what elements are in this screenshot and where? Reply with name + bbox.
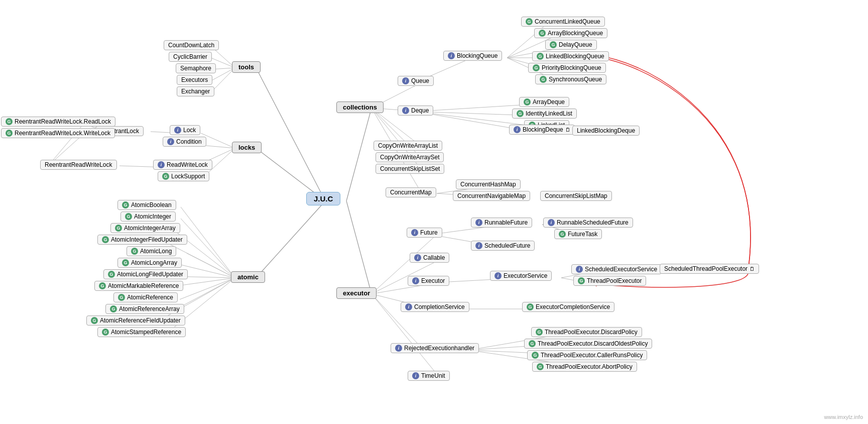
svg-line-25 xyxy=(181,265,235,278)
diagram: J.U.C tools CountDownLatch CyclicBarrier… xyxy=(0,0,868,424)
runnablescheduledfuture: iRunnableScheduledFuture xyxy=(543,218,633,228)
blockingdeque: iBlockingDeque 🗒 xyxy=(509,125,575,135)
copyonwritearrayset: CopyOnWriteArraySet xyxy=(374,151,446,163)
linkedblockingdeque: LinkedBlockingDeque xyxy=(570,125,642,137)
tools-semaphore: Semaphore xyxy=(174,62,218,74)
executor-node: iExecutor xyxy=(408,276,449,286)
completionservice-node: iCompletionService xyxy=(401,302,469,312)
concurrentmap: ConcurrentMap xyxy=(384,186,438,198)
concurrentlinkedqueue: ConcurrentLinkedQueue xyxy=(521,17,605,27)
concurrentnavigablemap: ConcurrentNavigableMap xyxy=(451,190,532,202)
concurrenthashmap: ConcurrentHashMap xyxy=(454,178,523,190)
atomic-integer: AtomicInteger xyxy=(120,211,176,222)
arrayblockingqueue: ArrayBlockingQueue xyxy=(534,28,607,38)
futuretask: FutureTask xyxy=(554,229,602,239)
icon-i-readwritelock: i xyxy=(158,161,165,168)
atomic-referencefieldsupdater: AtomicReferenceFieldUpdater xyxy=(86,315,185,326)
tools-executors: Executors xyxy=(175,74,214,86)
threadpoolexecutor: ThreadPoolExecutor xyxy=(573,276,646,286)
lock-node: iLock xyxy=(170,125,200,135)
section-tools: tools xyxy=(232,61,261,73)
svg-line-28 xyxy=(180,278,235,299)
concurrentskiplistset: ConcurrentSkipListSet xyxy=(374,163,446,175)
reentrantreadwritelock-node: ReentrantReadWriteLock xyxy=(38,159,119,171)
svg-line-4 xyxy=(256,201,325,278)
delayqueue: DelayQueue xyxy=(545,40,597,50)
arraydeque: ArrayDeque xyxy=(519,97,569,107)
atomic-boolean: AtomicBoolean xyxy=(117,200,176,210)
icon-g-readlock xyxy=(6,118,13,125)
readlock-node: ReentrantReadWriteLock.ReadLock xyxy=(1,117,115,127)
concurrentskiplistmap: ConcurrentSkipListMap xyxy=(538,190,614,202)
queue-node: iQueue xyxy=(398,76,434,86)
linkedblockingqueue: LinkedBlockingQueue xyxy=(532,51,609,61)
section-executor: executor xyxy=(336,287,377,299)
svg-line-21 xyxy=(181,219,235,278)
atomic-longfiledupdater: AtomicLongFiledUpdater xyxy=(103,269,188,279)
rejectedexecutionhandler-node: iRejectedExecutionhandler xyxy=(391,343,479,353)
runnablefuture-node: iRunnableFuture xyxy=(471,218,532,228)
icon-g-writelock xyxy=(6,130,13,137)
tools-countdownlatch: CountDownLatch xyxy=(162,39,221,51)
timeunit-node: iTimeUnit xyxy=(408,371,450,381)
atomic-integerarray: AtomicIntegerArray xyxy=(110,223,180,233)
section-collections: collections xyxy=(336,101,384,113)
center-label: J.U.C xyxy=(314,194,333,203)
svg-line-24 xyxy=(187,253,235,278)
atomic-reference: AtomicReference xyxy=(113,292,178,302)
svg-line-0 xyxy=(346,108,371,201)
atomic-integerfiledupdater: AtomicIntegerFiledUpdater xyxy=(97,235,187,245)
atomic-referencearray: AtomicReferenceArray xyxy=(105,304,184,314)
tools-exchanger: Exchanger xyxy=(175,85,216,97)
center-node: J.U.C xyxy=(306,192,340,205)
scheduledfuture-node: iScheduledFuture xyxy=(471,241,535,251)
watermark: www.imxylz.info xyxy=(824,414,863,420)
callerruns-policy: ThreadPoolExecutor.CallerRunsPolicy xyxy=(527,350,647,360)
callable-node: iCallable xyxy=(410,253,449,263)
executorcompletionservice: ExecutorCompletionService xyxy=(522,302,614,312)
discard-policy: ThreadPoolExecutor.DiscardPolicy xyxy=(531,327,642,337)
blockingqueue-node: iBlockingQueue xyxy=(443,51,502,61)
executorservice-node: iExecutorService xyxy=(490,271,552,281)
atomic-long: AtomicLong xyxy=(127,246,176,256)
deque-node: iDeque xyxy=(398,105,433,116)
svg-line-1 xyxy=(346,201,371,294)
abort-policy: ThreadPoolExecutor.AbortPolicy xyxy=(532,362,637,372)
atomic-markablereference: AtomicMarkableReference xyxy=(94,281,183,291)
future-node: iFuture xyxy=(407,228,442,238)
synchronousqueue: SynchronousQueue xyxy=(535,74,606,84)
locksupport-node: LockSupport xyxy=(158,171,209,181)
atomic-stampedreference: AtomicStampedReference xyxy=(97,327,186,337)
section-locks: locks xyxy=(232,142,262,153)
copyonwritearraylist: CopyOnWriteArrayList xyxy=(371,140,444,152)
icon-g-locksupport xyxy=(162,173,169,180)
scheduledexecutorservice: iScheduledExecutorService xyxy=(571,264,662,274)
condition-node: iCondition xyxy=(163,137,206,147)
icon-i-lock: i xyxy=(174,127,181,134)
section-atomic: atomic xyxy=(231,271,265,283)
tools-cyclicbarrier: CyclicBarrier xyxy=(167,51,214,63)
discardoldest-policy: ThreadPoolExecutor.DiscardOldestPolicy xyxy=(524,339,652,349)
writelock-node: ReentrantReadWriteLock.WriteLock xyxy=(1,128,115,138)
scheduledthreadpoolexecutor: ScheduledThreadPoolExecutor 🗒 xyxy=(658,263,761,275)
readwritelock-node: iReadWriteLock xyxy=(153,160,212,170)
svg-line-2 xyxy=(256,68,325,201)
icon-i-condition: i xyxy=(167,138,174,145)
identitylinkedlist: IdentityLinkedList xyxy=(512,109,577,119)
priorityblockingqueue: PriorityBlockingQueue xyxy=(528,63,606,73)
svg-line-20 xyxy=(181,207,235,278)
atomic-longarray: AtomicLongArray xyxy=(117,258,182,268)
